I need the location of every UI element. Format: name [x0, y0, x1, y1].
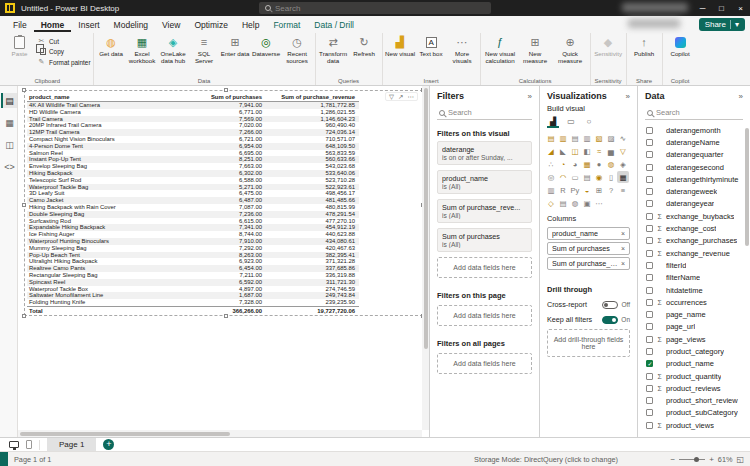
field-checkbox[interactable]: [646, 213, 653, 220]
new-page-button[interactable]: +: [103, 439, 114, 450]
visual-type-icon[interactable]: ◕: [569, 158, 581, 170]
resize-handle[interactable]: [22, 314, 26, 318]
filter-funnel-icon[interactable]: ▽: [389, 93, 394, 101]
ribbon-big-button[interactable]: ◷ Recent sources: [282, 33, 313, 64]
ribbon-contextual-tab[interactable]: Data / Drill: [307, 18, 361, 32]
resize-handle[interactable]: [224, 314, 228, 318]
filter-card[interactable]: Sum of purchase_reve... is (All): [437, 199, 532, 223]
visual-type-icon[interactable]: ▤: [545, 132, 557, 144]
ribbon-big-button[interactable]: ⇄ Transform data: [318, 33, 349, 64]
field-checkbox[interactable]: [646, 237, 653, 244]
field-row[interactable]: product_short_review: [638, 395, 750, 407]
publish-button[interactable]: ↑ Publish: [629, 33, 660, 57]
field-row[interactable]: Σ page_views: [638, 333, 750, 345]
visual-type-icon[interactable]: ▥: [545, 184, 557, 196]
visual-type-icon[interactable]: R: [557, 184, 569, 196]
field-checkbox[interactable]: [646, 348, 653, 355]
collapse-pane-icon[interactable]: »: [626, 92, 630, 101]
canvas-horizontal-scrollbar[interactable]: [18, 430, 422, 437]
ribbon-tab[interactable]: Optimize: [187, 18, 235, 32]
visual-type-icon[interactable]: ▤: [581, 171, 593, 183]
field-row[interactable]: daterangeName: [638, 136, 750, 148]
fit-to-page-icon[interactable]: ◱: [736, 455, 744, 464]
table-visual[interactable]: product_name Sum of purchases Sum of pur…: [27, 93, 359, 315]
field-row[interactable]: daterangequarter: [638, 149, 750, 161]
table-row[interactable]: Envelop Sleeping Bag 7,663.00 543,023.68: [27, 163, 359, 170]
table-row[interactable]: Salmon Reel 6,695.00 563,833.59: [27, 150, 359, 157]
field-checkbox[interactable]: [646, 311, 653, 318]
visual-type-icon[interactable]: ▯: [605, 171, 617, 183]
visual-type-icon[interactable]: ▭: [569, 171, 581, 183]
visual-type-icon[interactable]: ◠: [557, 171, 569, 183]
field-row[interactable]: product_category: [638, 345, 750, 357]
table-row[interactable]: Ultralight Hiking Backpack 6,923.00 371,…: [27, 258, 359, 265]
table-row[interactable]: 4K All Wildlife Trail Camera 7,941.00 1,…: [27, 102, 359, 109]
visual-type-icon[interactable]: ⋯: [593, 197, 605, 209]
column-header-sum-purchases[interactable]: Sum of purchases: [177, 93, 262, 101]
visual-type-icon[interactable]: ⊞: [593, 184, 605, 196]
ribbon-tab[interactable]: Insert: [71, 18, 106, 32]
global-search-input[interactable]: [275, 4, 485, 13]
resize-handle[interactable]: [22, 88, 26, 92]
field-row[interactable]: page_name: [638, 308, 750, 320]
field-checkbox[interactable]: [646, 299, 653, 306]
ribbon-tab[interactable]: Home: [34, 18, 72, 32]
visual-type-icon[interactable]: ▥: [581, 132, 593, 144]
more-visuals-button[interactable]: ⋯ More visuals: [447, 33, 478, 64]
table-row[interactable]: Waterproof Tackle Box 4,897.00 274,746.5…: [27, 286, 359, 293]
field-checkbox[interactable]: [646, 422, 653, 429]
close-button[interactable]: ×: [731, 0, 750, 16]
field-chip[interactable]: Sum of purchase_reve... ×: [547, 257, 630, 270]
field-checkbox[interactable]: [646, 200, 653, 207]
cross-report-toggle[interactable]: [602, 301, 618, 309]
filter-card[interactable]: Sum of purchases is (All): [437, 228, 532, 252]
visual-type-icon[interactable]: ◉: [593, 171, 605, 183]
field-chip[interactable]: product_name ×: [547, 227, 630, 240]
table-row[interactable]: Realtree Camo Pants 6,454.00 337,685.86: [27, 265, 359, 272]
visual-type-icon[interactable]: ∿: [617, 132, 629, 144]
table-row[interactable]: Spincast Reel 6,592.00 311,721.30: [27, 279, 359, 286]
ribbon-tab[interactable]: Modeling: [107, 18, 156, 32]
filter-card[interactable]: product_name is (All): [437, 170, 532, 194]
field-checkbox[interactable]: [646, 373, 653, 380]
field-row[interactable]: daterangethirtyminute: [638, 173, 750, 185]
filters-search-box[interactable]: [437, 106, 532, 120]
table-row[interactable]: Telescopic Surf Rod 6,588.00 523,710.28: [27, 177, 359, 184]
table-row[interactable]: Hiking Backpack with Rain Cover 7,087.00…: [27, 204, 359, 211]
page-tab[interactable]: Page 1: [47, 438, 96, 452]
data-search-input[interactable]: [656, 108, 741, 117]
viz-pane-tab-icon[interactable]: ▭: [565, 116, 577, 128]
table-row[interactable]: Double Sleeping Bag 7,236.00 478,291.54: [27, 211, 359, 218]
table-row[interactable]: Trail Camera 7,569.00 1,146,604.23: [27, 116, 359, 123]
add-fields-dropzone[interactable]: Add data fields here: [437, 353, 532, 374]
field-row[interactable]: daterangemonth: [638, 124, 750, 136]
format-painter-button[interactable]: ✎Format painter: [37, 58, 91, 66]
column-header-sum-revenue[interactable]: Sum of purchase_revenue: [262, 93, 357, 101]
visual-type-icon[interactable]: ◇: [545, 197, 557, 209]
visual-type-icon[interactable]: ▅: [605, 145, 617, 157]
zoom-slider-knob[interactable]: [694, 457, 699, 462]
global-search-box[interactable]: [259, 2, 491, 14]
cut-button[interactable]: ✂Cut: [37, 37, 91, 45]
field-row[interactable]: daterangesecond: [638, 161, 750, 173]
table-row[interactable]: Camo Jacket 6,487.00 481,485.66: [27, 197, 359, 204]
field-checkbox[interactable]: [646, 225, 653, 232]
ribbon-big-button[interactable]: ◎ Dataverse: [251, 33, 282, 57]
ribbon-tab[interactable]: View: [155, 18, 187, 32]
field-row[interactable]: filterName: [638, 272, 750, 284]
visual-type-icon[interactable]: ◍: [605, 158, 617, 170]
visual-type-icon[interactable]: ◣: [557, 145, 569, 157]
data-search-box[interactable]: [645, 106, 743, 120]
field-checkbox[interactable]: [646, 323, 653, 330]
zoom-out-icon[interactable]: −: [670, 455, 675, 464]
visual-type-icon[interactable]: ▥: [557, 132, 569, 144]
visual-type-icon[interactable]: ≡: [617, 184, 629, 196]
ribbon-big-button[interactable]: ≡ SQL Server: [189, 33, 220, 64]
focus-mode-icon[interactable]: ↗: [398, 93, 403, 101]
field-checkbox[interactable]: [646, 139, 653, 146]
visual-type-icon[interactable]: ▽: [617, 145, 629, 157]
filter-card[interactable]: daterange is on or after Sunday, ...: [437, 141, 532, 165]
field-checkbox[interactable]: [646, 176, 653, 183]
desktop-layout-icon[interactable]: [9, 441, 19, 448]
field-row[interactable]: product_subCategory: [638, 407, 750, 419]
